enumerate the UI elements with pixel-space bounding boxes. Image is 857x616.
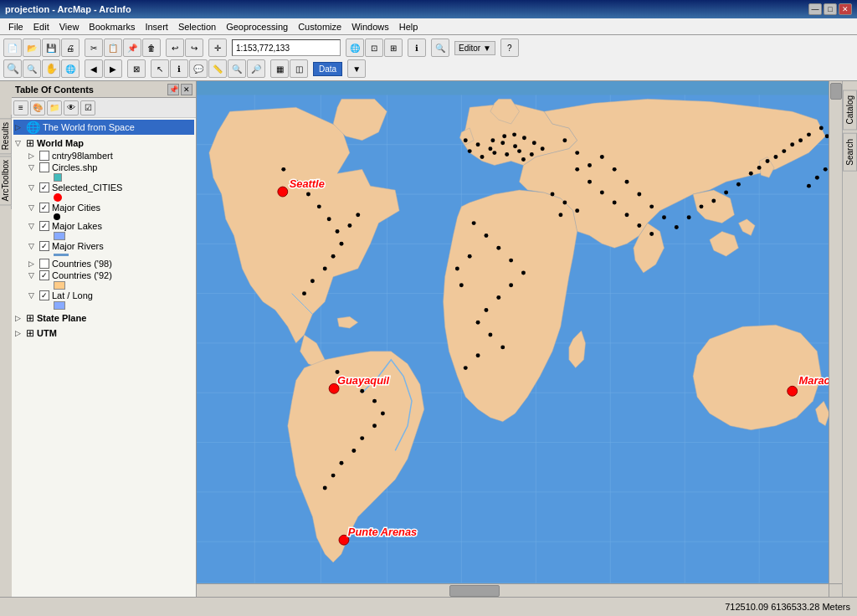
scale-input[interactable] — [232, 39, 341, 56]
svg-point-37 — [480, 155, 485, 159]
toc-list-btn[interactable]: ≡ — [13, 100, 28, 116]
identify-btn2[interactable]: 🔍 — [228, 59, 246, 78]
toc-auto-hide[interactable]: 📌 — [167, 84, 179, 95]
search-tab[interactable]: Search — [843, 133, 857, 172]
pan-tool[interactable]: ✋ — [42, 59, 60, 78]
check-major-lakes[interactable] — [39, 221, 49, 231]
zoom-full[interactable]: 🌐 — [346, 38, 364, 57]
delete-button[interactable]: 🗑 — [142, 38, 161, 57]
redo-button[interactable]: ↪ — [185, 38, 203, 57]
check-major-rivers[interactable] — [39, 241, 49, 251]
layer-header-utm[interactable]: ▷ ⊞ UTM — [13, 326, 194, 340]
svg-point-110 — [522, 136, 526, 140]
map-scrollbar-vertical[interactable] — [829, 81, 842, 583]
map-scrollbar-horizontal[interactable] — [197, 583, 829, 597]
menu-selection[interactable]: Selection — [173, 20, 221, 33]
toc-src-btn[interactable]: 📁 — [47, 100, 62, 116]
editor-label[interactable]: Editor ▼ — [454, 41, 495, 55]
cut-button[interactable]: ✂ — [85, 38, 103, 57]
check-lat-long[interactable] — [39, 290, 49, 300]
help-btn[interactable]: ? — [500, 38, 519, 57]
layer-major-lakes[interactable]: ▽ Major Lakes — [27, 220, 194, 232]
find-btn[interactable]: 🔍 — [431, 38, 449, 57]
back-btn[interactable]: ◀ — [85, 59, 103, 78]
layout-btn[interactable]: ▦ — [270, 59, 289, 78]
find-btn2[interactable]: 🔎 — [247, 59, 265, 78]
layer-header-world-from-space[interactable]: ▷ 🌐 The World from Space — [13, 120, 194, 135]
svg-point-68 — [637, 192, 641, 197]
layer-selected-cities[interactable]: ▽ Selected_CITIES — [27, 182, 194, 193]
menu-file[interactable]: File — [3, 20, 28, 33]
check-countries-92[interactable] — [39, 270, 49, 280]
menu-edit[interactable]: Edit — [28, 20, 54, 33]
menu-insert[interactable]: Insert — [140, 20, 173, 33]
toc-visibility-btn[interactable]: 👁 — [64, 100, 79, 116]
zoom-in-tool[interactable]: 🔍 — [3, 59, 22, 78]
toc-select-btn[interactable]: ☑ — [80, 100, 95, 116]
catalog-tab[interactable]: Catalog — [843, 90, 857, 130]
svg-point-47 — [484, 234, 488, 238]
extra1[interactable]: ▼ — [347, 59, 366, 78]
toc-draw-btn[interactable]: 🎨 — [30, 100, 45, 116]
layer-countries-98[interactable]: ▷ Countries ('98) — [27, 258, 194, 270]
check-cntry98lambert[interactable] — [39, 151, 49, 161]
toc-close[interactable]: ✕ — [181, 84, 192, 95]
menu-windows[interactable]: Windows — [346, 20, 394, 33]
minimize-button[interactable]: — — [808, 3, 822, 15]
check-major-cities[interactable] — [39, 203, 49, 213]
save-button[interactable]: 💾 — [42, 38, 60, 57]
svg-point-24 — [336, 229, 340, 234]
undo-button[interactable]: ↩ — [166, 38, 184, 57]
pointer-tool[interactable]: ✛ — [208, 38, 227, 57]
select-btn[interactable]: ↖ — [151, 59, 169, 78]
print-button[interactable]: 🖨 — [61, 38, 80, 57]
identify-btn[interactable]: ℹ — [408, 38, 426, 57]
svg-point-54 — [476, 321, 480, 325]
zoom-out-tool[interactable]: 🔍 — [23, 59, 41, 78]
open-button[interactable]: 📂 — [23, 38, 41, 57]
data-view-btn[interactable]: Data — [313, 62, 342, 76]
expand-icon-lat-long: ▽ — [28, 291, 37, 300]
data-btn[interactable]: ◫ — [290, 59, 308, 78]
svg-point-104 — [562, 200, 567, 204]
menu-view[interactable]: View — [54, 20, 85, 33]
layer-header-state-plane[interactable]: ▷ ⊞ State Plane — [13, 311, 194, 325]
new-button[interactable]: 📄 — [3, 38, 22, 57]
menu-help[interactable]: Help — [394, 20, 423, 33]
svg-point-31 — [302, 291, 306, 295]
svg-point-58 — [455, 267, 459, 271]
maximize-button[interactable]: □ — [824, 3, 837, 15]
layer-cntry98lambert[interactable]: ▷ cntry98lambert — [27, 150, 194, 162]
results-tab[interactable]: Results — [0, 118, 12, 154]
layer-major-rivers[interactable]: ▽ Major Rivers — [27, 240, 194, 252]
menu-bookmarks[interactable]: Bookmarks — [84, 20, 140, 33]
arctoolbox-tab[interactable]: ArcToolbox — [0, 156, 12, 205]
layer-countries-92[interactable]: ▽ Countries ('92) — [27, 270, 194, 281]
info-btn2[interactable]: ℹ — [170, 59, 188, 78]
expand-icon: ▷ — [15, 123, 23, 131]
measure-btn[interactable]: 📏 — [208, 59, 227, 78]
forward-btn[interactable]: ▶ — [104, 59, 122, 78]
zoom-fixed-btn[interactable]: ⊠ — [127, 59, 146, 78]
zoom-layer[interactable]: ⊞ — [384, 38, 403, 57]
scroll-thumb-horizontal[interactable] — [449, 585, 500, 597]
menu-geoprocessing[interactable]: Geoprocessing — [221, 20, 293, 33]
svg-point-59 — [459, 283, 464, 287]
check-circles[interactable] — [39, 162, 49, 172]
paste-button[interactable]: 📌 — [123, 38, 141, 57]
close-button[interactable]: ✕ — [839, 3, 852, 15]
callout-btn[interactable]: 💬 — [189, 59, 208, 78]
zoom-extent[interactable]: ⊡ — [365, 38, 383, 57]
layer-header-world-map[interactable]: ▽ ⊞ World Map — [13, 136, 194, 150]
check-countries-98[interactable] — [39, 259, 49, 269]
circles-symbol-icon — [54, 173, 62, 182]
scroll-thumb-vertical[interactable] — [830, 83, 842, 100]
globe-tool[interactable]: 🌐 — [61, 59, 80, 78]
map-area[interactable]: Seattle Guayaquil Punte Arenas Maracado — [197, 81, 842, 597]
layer-circles[interactable]: ▽ Circles.shp — [27, 162, 194, 173]
layer-lat-long[interactable]: ▽ Lat / Long — [27, 290, 194, 301]
menu-customize[interactable]: Customize — [293, 20, 346, 33]
check-selected-cities[interactable] — [39, 182, 49, 192]
copy-button[interactable]: 📋 — [104, 38, 122, 57]
layer-major-cities[interactable]: ▽ Major Cities — [27, 202, 194, 213]
